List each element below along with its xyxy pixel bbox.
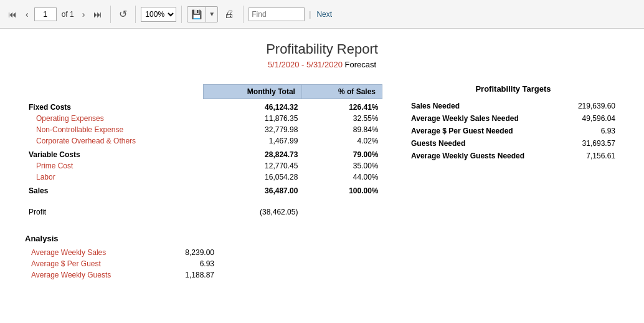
section-label: Fixed Costs: [25, 99, 204, 113]
profit-row: Profit (38,462.05): [25, 203, 382, 218]
zoom-select[interactable]: 50% 75% 100% 125% 150% 200%: [141, 7, 176, 22]
analysis-title: Analysis: [25, 234, 382, 243]
table-row: Average Weekly Guests 1,188.87: [25, 269, 218, 281]
toolbar: ⏮ ‹ of 1 › ⏭ ↺ 50% 75% 100% 125% 150% 20…: [0, 0, 644, 29]
report-date-range: 5/1/2020 - 5/31/2020: [268, 60, 343, 69]
target-label: Average Weekly Guests Needed: [407, 150, 544, 162]
table-row: Average Weekly Sales 8,239.00: [25, 247, 218, 258]
section-monthly-total: 46,124.32: [204, 99, 302, 113]
row-monthly-total: 16,054.28: [204, 171, 302, 183]
last-page-button[interactable]: ⏭: [90, 8, 105, 21]
section-monthly-total: 28,824.73: [204, 147, 302, 160]
profit-label: Profit: [25, 203, 204, 218]
table-row: Average Weekly Guests Needed 7,156.61: [407, 150, 619, 162]
separator-3: [181, 6, 182, 23]
target-value: 7,156.61: [544, 150, 619, 162]
separator-4: [243, 6, 244, 23]
find-separator: |: [309, 10, 311, 19]
row-monthly-total: 32,779.98: [204, 124, 302, 135]
analysis-row-value: 1,188.87: [149, 269, 218, 281]
table-row: Average $ Per Guest 6.93: [25, 258, 218, 269]
first-page-button[interactable]: ⏮: [5, 8, 20, 21]
page-count-label: of 1: [62, 10, 74, 19]
row-monthly-total: 1,467.99: [204, 135, 302, 147]
table-row: Average $ Per Guest Needed 6.93: [407, 125, 619, 137]
next-page-button[interactable]: ›: [79, 8, 88, 21]
row-label: Prime Cost: [25, 160, 204, 171]
save-dropdown-button[interactable]: ▼: [206, 7, 217, 22]
analysis-section: Analysis Average Weekly Sales 8,239.00 A…: [25, 224, 382, 281]
analysis-row-label: Average Weekly Sales: [25, 247, 149, 258]
profit-value: (38,462.05): [204, 203, 302, 218]
table-row: Guests Needed 31,693.57: [407, 137, 619, 150]
row-pct-sales: 35.00%: [301, 160, 382, 171]
target-value: 219,639.60: [544, 100, 619, 112]
section-pct-sales: 79.00%: [301, 147, 382, 160]
find-input[interactable]: [249, 7, 305, 21]
refresh-button[interactable]: ↺: [116, 7, 130, 21]
report-forecast-label: Forecast: [345, 60, 377, 69]
analysis-row-value: 8,239.00: [149, 247, 218, 258]
target-label: Average Weekly Sales Needed: [407, 112, 544, 125]
page-input[interactable]: [34, 7, 57, 21]
report-title: Profitability Report: [25, 41, 619, 57]
target-label: Guests Needed: [407, 137, 544, 150]
print-icon: 🖨: [224, 9, 234, 20]
section-monthly-total: 36,487.00: [204, 183, 302, 196]
row-pct-sales: 89.84%: [301, 124, 382, 135]
print-button[interactable]: 🖨: [220, 7, 238, 22]
row-label: Non-Controllable Expense: [25, 124, 204, 135]
table-row: Labor 16,054.28 44.00%: [25, 171, 382, 183]
section-pct-sales: 126.41%: [301, 99, 382, 113]
target-value: 6.93: [544, 125, 619, 137]
row-monthly-total: 11,876.35: [204, 113, 302, 124]
section-label: Sales: [25, 183, 204, 196]
separator-1: [110, 6, 111, 23]
targets-table: Sales Needed 219,639.60 Average Weekly S…: [407, 100, 619, 162]
left-section: Monthly Total % of Sales Fixed Costs 46,…: [25, 84, 382, 281]
row-pct-sales: 4.02%: [301, 135, 382, 147]
row-monthly-total: 12,770.45: [204, 160, 302, 171]
table-row: Average Weekly Sales Needed 49,596.04: [407, 112, 619, 125]
table-row: Sales 36,487.00 100.00%: [25, 183, 382, 196]
pct-sales-header: % of Sales: [301, 85, 382, 99]
right-section: Profitability Targets Sales Needed 219,6…: [407, 84, 619, 281]
row-label: Labor: [25, 171, 204, 183]
section-label: Variable Costs: [25, 147, 204, 160]
target-label: Average $ Per Guest Needed: [407, 125, 544, 137]
main-table: Monthly Total % of Sales Fixed Costs 46,…: [25, 84, 382, 218]
analysis-row-label: Average Weekly Guests: [25, 269, 149, 281]
find-next-button[interactable]: Next: [315, 10, 333, 19]
analysis-row-label: Average $ Per Guest: [25, 258, 149, 269]
target-label: Sales Needed: [407, 100, 544, 112]
table-row: Variable Costs 28,824.73 79.00%: [25, 147, 382, 160]
report-body: Monthly Total % of Sales Fixed Costs 46,…: [25, 84, 619, 281]
row-label: Operating Expenses: [25, 113, 204, 124]
table-row: Fixed Costs 46,124.32 126.41%: [25, 99, 382, 113]
monthly-total-header: Monthly Total: [204, 85, 302, 99]
table-row: Prime Cost 12,770.45 35.00%: [25, 160, 382, 171]
save-icon: 💾: [191, 9, 202, 19]
prev-page-button[interactable]: ‹: [22, 8, 32, 21]
report-content: Profitability Report 5/1/2020 - 5/31/202…: [0, 29, 644, 323]
row-pct-sales: 32.55%: [301, 113, 382, 124]
table-row: Operating Expenses 11,876.35 32.55%: [25, 113, 382, 124]
table-row: Sales Needed 219,639.60: [407, 100, 619, 112]
spacer-row: [25, 196, 382, 203]
row-pct-sales: 44.00%: [301, 171, 382, 183]
targets-title: Profitability Targets: [407, 84, 619, 94]
target-value: 31,693.57: [544, 137, 619, 150]
save-button-group: 💾 ▼: [187, 6, 218, 22]
save-button[interactable]: 💾: [187, 7, 206, 22]
table-row: Corporate Overhead & Others 1,467.99 4.0…: [25, 135, 382, 147]
section-pct-sales: 100.00%: [301, 183, 382, 196]
row-label: Corporate Overhead & Others: [25, 135, 204, 147]
analysis-row-value: 6.93: [149, 258, 218, 269]
report-subtitle: 5/1/2020 - 5/31/2020 Forecast: [25, 60, 619, 69]
target-value: 49,596.04: [544, 112, 619, 125]
table-row: Non-Controllable Expense 32,779.98 89.84…: [25, 124, 382, 135]
separator-2: [135, 6, 136, 23]
analysis-table: Average Weekly Sales 8,239.00 Average $ …: [25, 247, 218, 281]
